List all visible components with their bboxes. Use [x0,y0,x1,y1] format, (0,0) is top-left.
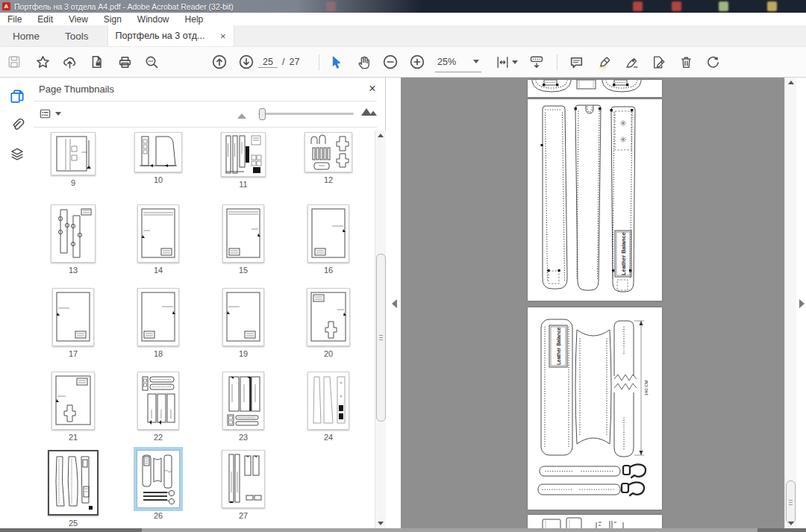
share-cloud-button[interactable] [59,51,80,72]
thumbnail-page-16[interactable]: 16 [286,204,371,275]
menu-sign[interactable]: Sign [104,14,122,25]
thumbnail-page-21[interactable]: 21 [31,372,116,442]
select-tool-button[interactable] [325,51,346,72]
paperclip-icon [9,116,25,133]
collapse-pane-arrow[interactable] [390,298,398,311]
chevron-down-icon [55,112,61,116]
thumbnail-sketch [51,454,95,512]
highlight-button[interactable] [594,51,615,72]
fill-sign-button[interactable] [621,51,642,72]
menu-help[interactable]: Help [185,14,204,25]
delete-pages-button[interactable] [675,51,696,72]
shrink-thumbnails-button[interactable] [237,110,247,122]
tab-tools[interactable]: Tools [52,25,101,46]
search-button[interactable] [141,51,162,72]
printer-icon [117,54,133,70]
tab-document[interactable]: Портфель на 3 отд... × [107,25,234,46]
thumbnail-page-27[interactable]: 27 [201,450,286,528]
thumbnail-page-10[interactable]: 10 [116,132,201,189]
scroll-down-arrow[interactable] [375,519,386,528]
read-mode-button[interactable] [526,51,547,72]
thumbnail-page-18[interactable]: 18 [116,288,201,358]
document-page-24-partial[interactable] [528,80,662,97]
desktop-icon [633,1,643,11]
expand-pane-arrow[interactable] [799,298,806,311]
arrow-up-circle-icon [211,54,228,70]
thumbnail-page-13[interactable]: 13 [31,204,116,275]
menu-view[interactable]: View [69,14,88,25]
document-page-27-partial[interactable] [528,515,662,528]
horizontal-scrollbar[interactable] [0,528,806,532]
page-number-input[interactable]: 25 [258,57,278,68]
svg-text:140 CM: 140 CM [644,380,649,395]
horizontal-scrollbar-thumb[interactable] [142,528,757,532]
thumbnail-page-24[interactable]: 24 [286,372,371,442]
thumbnail-page-11[interactable]: 11 [201,132,286,189]
hand-tool-button[interactable] [353,51,374,72]
hand-icon [356,54,372,70]
scroll-up-arrow[interactable] [785,78,796,87]
options-list-icon [38,107,52,121]
thumbnail-page-12[interactable]: 12 [286,132,371,189]
rotate-pages-button[interactable] [702,51,723,72]
document-scrollbar-thumb[interactable] [786,481,796,524]
zoom-in-button[interactable] [407,51,428,72]
minus-circle-icon [382,54,399,70]
menu-file[interactable]: File [7,14,22,25]
chevron-down-icon [473,60,479,63]
protect-document-button[interactable] [87,51,107,72]
document-page-26[interactable]: Leather Balance 140 CM [528,307,662,510]
attachments-pane-button[interactable] [7,115,27,134]
thumbnail-sketch [140,290,177,344]
page-thumbnails-pane-button[interactable] [7,87,27,106]
thumbnail-page-22[interactable]: 22 [116,372,201,442]
scroll-down-arrow[interactable] [785,519,796,528]
tab-close-icon[interactable]: × [220,31,226,41]
comment-button[interactable] [566,51,587,72]
document-page-25[interactable]: Leather Balance [528,99,662,301]
thumbnail-label: 14 [154,266,163,275]
previous-page-button[interactable] [209,51,230,72]
thumbnails-scrollbar-thumb[interactable] [376,254,386,422]
layers-pane-button[interactable] [7,145,27,164]
page-art [528,515,662,528]
thumbnail-page-17[interactable]: 17 [31,288,116,358]
menu-edit[interactable]: Edit [37,14,53,25]
print-button[interactable] [114,51,135,72]
thumbnail-options-button[interactable] [38,107,61,121]
edit-pdf-button[interactable] [648,51,669,72]
thumbnails-scrollbar[interactable] [375,131,386,528]
thumbnail-page-26[interactable]: 26 [116,450,201,528]
thumbnail-sketch [225,374,262,428]
chevron-left-icon [390,298,398,309]
page-number-group: 25 / 27 [258,51,299,72]
small-mountain-icon [237,112,247,119]
thumbnail-page-20[interactable]: 20 [286,288,371,358]
panel-close-button[interactable]: × [365,81,380,96]
title-band: A Портфель на 3 отдела A4.pdf - Adobe Ac… [0,0,422,13]
thumbnail-page-15[interactable]: 15 [201,204,286,275]
zoom-out-button[interactable] [380,51,401,72]
star-icon [35,54,51,70]
plus-circle-icon [409,54,425,70]
thumbnail-page-14[interactable]: 14 [116,204,201,275]
favorite-star-button[interactable] [32,51,53,72]
save-button[interactable] [4,51,25,72]
thumbnail-label: 10 [154,175,163,184]
next-page-button[interactable] [236,51,257,72]
thumbnail-page-9[interactable]: 9 [31,132,116,189]
scroll-up-arrow[interactable] [375,131,386,140]
thumbnail-page-19[interactable]: 19 [201,288,286,358]
enlarge-thumbnails-button[interactable] [360,106,377,119]
acrobat-app-icon: A [2,2,10,10]
fit-width-button[interactable] [491,51,521,72]
slider-thumb[interactable] [259,108,266,120]
menu-window[interactable]: Window [137,14,169,25]
document-scrollbar[interactable] [784,78,796,528]
thumbnail-page-25[interactable]: 25 [31,450,116,528]
thumbnail-page-23[interactable]: 23 [201,372,286,442]
tab-home[interactable]: Home [0,25,52,46]
thumbnail-size-slider[interactable] [258,113,354,115]
page-art [528,80,662,97]
zoom-level-select[interactable]: 25% [435,51,481,72]
